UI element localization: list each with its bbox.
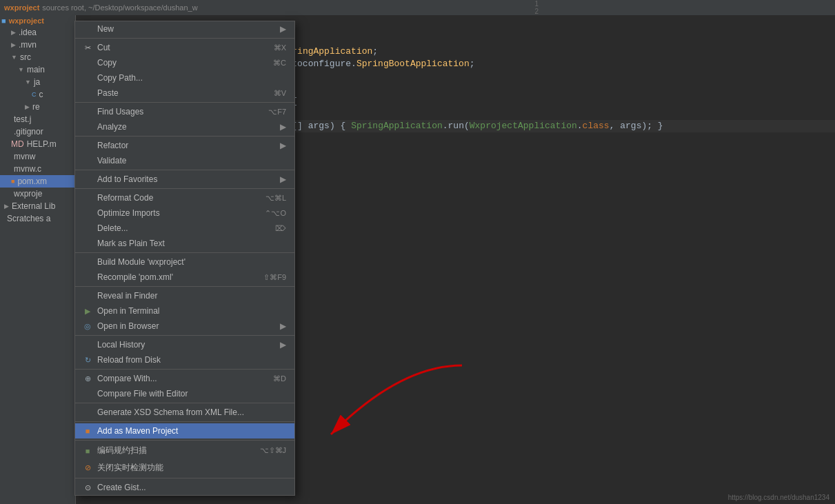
separator-11	[75, 421, 294, 422]
menu-item-mark-plain[interactable]: Mark as Plain Text	[75, 236, 294, 251]
tree-item-src[interactable]: ▼ src	[0, 51, 75, 63]
tree-item-java[interactable]: ▼ ja	[0, 76, 75, 88]
separator-3	[75, 136, 294, 137]
code-scan-icon: ■	[82, 447, 93, 455]
submenu-arrow-icon: ▶	[280, 340, 286, 350]
menu-item-cut[interactable]: ✂ Cut ⌘X	[75, 40, 294, 55]
menu-item-compare-with[interactable]: ⊕ Compare With... ⌘D	[75, 371, 294, 386]
menu-item-analyze[interactable]: Analyze ▶	[75, 119, 294, 134]
separator-5	[75, 188, 294, 189]
separator-8	[75, 335, 294, 336]
menu-item-new[interactable]: New ▶	[75, 21, 294, 37]
folder-closed-icon: ▶	[25, 103, 30, 110]
menu-item-recompile[interactable]: Recompile 'pom.xml' ⇧⌘F9	[75, 270, 294, 285]
menu-item-open-terminal[interactable]: ▶ Open in Terminal	[75, 303, 294, 319]
separator-2	[75, 102, 294, 103]
tree-item-class[interactable]: C c	[0, 88, 75, 101]
menu-item-create-gist[interactable]: ⊙ Create Gist...	[75, 480, 294, 495]
project-name: wxproject	[4, 3, 39, 12]
java-file-icon: C	[32, 91, 37, 98]
folder-open-icon: ▼	[11, 54, 17, 61]
file-tree: ■ wxproject ▶ .idea ▶ .mvn ▼ src ▼ main …	[0, 15, 76, 504]
menu-item-open-browser[interactable]: ◎ Open in Browser ▶	[75, 319, 294, 334]
maven-icon: ■	[11, 178, 14, 185]
title-bar: wxproject sources root, ~/Desktop/worksp…	[0, 0, 835, 15]
separator-9	[75, 369, 294, 370]
menu-item-copy[interactable]: Copy ⌘C	[75, 55, 294, 70]
folder-open-icon: ▼	[18, 66, 24, 73]
folder-closed-icon: ▶	[4, 203, 9, 210]
submenu-arrow-icon: ▶	[280, 174, 286, 184]
submenu-arrow-icon: ▶	[280, 321, 286, 331]
submenu-arrow-icon: ▶	[280, 122, 286, 132]
separator-7	[75, 286, 294, 287]
tree-item-wxproj[interactable]: wxproje	[0, 188, 75, 200]
menu-item-compare-editor[interactable]: Compare File with Editor	[75, 386, 294, 401]
menu-item-reformat[interactable]: Reformat Code ⌥⌘L	[75, 190, 294, 205]
menu-item-delete[interactable]: Delete... ⌦	[75, 221, 294, 236]
file-icon: MD	[11, 139, 24, 149]
menu-item-generate-xsd[interactable]: Generate XSD Schema from XML File...	[75, 405, 294, 420]
submenu-arrow-icon: ▶	[280, 141, 286, 150]
separator-1	[75, 38, 294, 39]
maven-add-icon: ■	[82, 427, 93, 435]
github-icon: ⊙	[82, 483, 93, 492]
menu-item-code-scan[interactable]: ■ 编码规约扫描 ⌥⇧⌘J	[75, 442, 294, 459]
tree-item-pom[interactable]: ■ pom.xm	[0, 175, 75, 188]
context-menu: New ▶ ✂ Cut ⌘X Copy ⌘C Copy Path... Past…	[74, 21, 295, 496]
tree-item-idea[interactable]: ▶ .idea	[0, 26, 75, 39]
menu-item-reload-disk[interactable]: ↻ Reload from Disk	[75, 352, 294, 367]
reload-icon: ↻	[82, 356, 93, 365]
menu-item-optimize[interactable]: Optimize Imports ⌃⌥O	[75, 205, 294, 221]
separator-13	[75, 478, 294, 478]
tree-item-mvnwc[interactable]: mvnw.c	[0, 163, 75, 175]
menu-item-close-realtime[interactable]: ⊘ 关闭实时检测功能	[75, 459, 294, 476]
tree-item-scratches[interactable]: Scratches a	[0, 212, 75, 225]
folder-closed-icon: ▶	[11, 29, 16, 36]
menu-item-refactor[interactable]: Refactor ▶	[75, 138, 294, 153]
folder-open-icon: ▼	[25, 79, 31, 85]
compare-icon: ⊕	[82, 374, 93, 383]
cut-icon: ✂	[82, 43, 93, 52]
close-realtime-icon: ⊘	[82, 463, 93, 472]
tree-item-gitignore[interactable]: .gitignor	[0, 125, 75, 138]
tree-item-mvnw[interactable]: mvnw	[0, 150, 75, 163]
menu-item-paste[interactable]: Paste ⌘V	[75, 85, 294, 101]
tree-item-mvn[interactable]: ▶ .mvn	[0, 39, 75, 51]
tree-item-resources[interactable]: ▶ re	[0, 101, 75, 113]
bottom-url: https://blog.csdn.net/dushan1234	[728, 494, 829, 501]
separator-6	[75, 252, 294, 253]
separator-12	[75, 440, 294, 441]
tree-item-help[interactable]: MD HELP.m	[0, 138, 75, 150]
menu-item-find-usages[interactable]: Find Usages ⌥F7	[75, 104, 294, 119]
separator-10	[75, 403, 294, 403]
tree-item-wxproject[interactable]: ■ wxproject	[0, 15, 75, 26]
wxproject-icon: ■	[1, 17, 6, 25]
submenu-arrow-icon: ▶	[280, 24, 286, 34]
browser-icon: ◎	[82, 322, 93, 331]
ide-container: wxproject sources root, ~/Desktop/worksp…	[0, 0, 835, 504]
tree-item-main[interactable]: ▼ main	[0, 63, 75, 76]
menu-item-build-module[interactable]: Build Module 'wxproject'	[75, 254, 294, 270]
menu-item-local-history[interactable]: Local History ▶	[75, 337, 294, 352]
menu-item-validate[interactable]: Validate	[75, 153, 294, 168]
menu-item-copy-path[interactable]: Copy Path...	[75, 70, 294, 85]
menu-item-add-favorites[interactable]: Add to Favorites ▶	[75, 172, 294, 187]
project-path: sources root, ~/Desktop/workspace/dushan…	[42, 3, 197, 12]
terminal-icon: ▶	[82, 307, 93, 316]
tree-item-external-libs[interactable]: ▶ External Lib	[0, 200, 75, 212]
separator-4	[75, 170, 294, 170]
tree-item-testj[interactable]: test.j	[0, 113, 75, 125]
folder-closed-icon: ▶	[11, 41, 16, 48]
menu-item-reveal-finder[interactable]: Reveal in Finder	[75, 288, 294, 303]
menu-item-add-maven[interactable]: ■ Add as Maven Project	[75, 423, 294, 439]
